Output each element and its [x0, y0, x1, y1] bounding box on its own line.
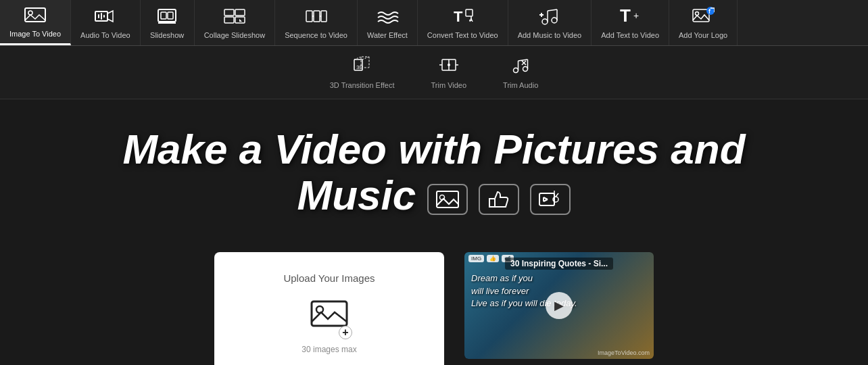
svg-point-47 — [448, 64, 450, 66]
sec-label-3d-transition: 3D Transition Effect — [330, 81, 395, 89]
svg-point-49 — [523, 67, 528, 72]
upload-plus-icon: + — [339, 326, 352, 339]
nav-label-water-effect: Water Effect — [367, 31, 408, 39]
svg-rect-55 — [437, 191, 458, 208]
nav-item-add-text-to-video[interactable]: T + Add Text to Video — [592, 0, 669, 45]
video-preview[interactable]: IMG 👍 📹 30 Inspiring Quotes - Si... Drea… — [464, 252, 654, 359]
svg-text:T: T — [620, 7, 631, 26]
svg-point-65 — [316, 306, 323, 313]
svg-rect-0 — [25, 8, 45, 22]
svg-rect-5 — [103, 15, 105, 18]
svg-line-60 — [556, 193, 558, 197]
video-img-btn[interactable]: IMG — [468, 255, 484, 262]
main-content: Upload Your Images + 30 images max IMG 👍… — [0, 245, 868, 365]
upload-images-box[interactable]: Upload Your Images + 30 images max — [214, 252, 444, 365]
hero-image-icon[interactable] — [427, 184, 468, 215]
trim-video-icon — [438, 55, 460, 78]
svg-rect-7 — [161, 12, 166, 19]
video-play-button[interactable]: ▶ — [546, 292, 573, 319]
video-like-btn[interactable]: 👍 — [487, 255, 499, 262]
svg-rect-16 — [321, 11, 327, 22]
hero-video-icon[interactable] — [530, 184, 571, 215]
nav-item-sequence-to-video[interactable]: Sequence to Video — [275, 0, 358, 45]
video-title-overlay: 30 Inspiring Quotes - Si... — [505, 258, 613, 270]
svg-text:+: + — [633, 10, 639, 21]
water-effect-icon — [376, 7, 399, 28]
nav-item-audio-to-video[interactable]: Audio To Video — [71, 0, 141, 45]
nav-item-add-your-logo[interactable]: f Add Your Logo — [669, 0, 738, 45]
sequence-to-video-icon — [305, 7, 328, 28]
secondary-navigation: 3D 3D Transition Effect Trim Video — [0, 46, 868, 99]
video-watermark: ImageToVideo.com — [598, 349, 650, 356]
svg-rect-4 — [101, 13, 102, 20]
svg-text:T: T — [454, 8, 463, 25]
nav-label-sequence-to-video: Sequence to Video — [285, 31, 347, 39]
upload-icon-container: + — [309, 295, 349, 338]
nav-item-collage-slideshow[interactable]: Collage Slideshow — [195, 0, 276, 45]
sec-item-trim-video[interactable]: Trim Video — [423, 51, 475, 93]
sec-item-3d-transition[interactable]: 3D 3D Transition Effect — [322, 51, 403, 93]
add-text-icon: T + — [619, 7, 642, 28]
svg-rect-15 — [314, 11, 320, 22]
convert-text-icon: T — [451, 7, 474, 28]
add-logo-icon: f — [692, 7, 715, 28]
sec-label-trim-video: Trim Video — [431, 81, 467, 89]
trim-audio-icon — [510, 55, 531, 78]
svg-text:3D: 3D — [356, 64, 363, 70]
svg-point-33 — [696, 11, 699, 15]
nav-label-add-text-to-video: Add Text to Video — [601, 31, 659, 39]
nav-label-audio-to-video: Audio To Video — [80, 31, 130, 39]
add-music-icon — [538, 7, 561, 28]
slideshow-icon — [155, 7, 178, 28]
nav-item-image-to-video[interactable]: Image To Video — [0, 0, 71, 45]
nav-label-collage-slideshow: Collage Slideshow — [204, 31, 266, 39]
image-to-video-icon — [24, 5, 47, 27]
nav-item-convert-text-to-video[interactable]: T Convert Text to Video — [418, 0, 508, 45]
svg-point-48 — [514, 68, 519, 73]
svg-line-27 — [548, 9, 557, 11]
nav-label-slideshow: Slideshow — [150, 31, 184, 39]
svg-line-52 — [519, 59, 528, 61]
svg-rect-64 — [312, 301, 347, 326]
sec-label-trim-audio: Trim Audio — [503, 81, 538, 89]
video-bg: IMG 👍 📹 30 Inspiring Quotes - Si... Drea… — [464, 252, 654, 359]
nav-label-image-to-video: Image To Video — [9, 30, 61, 38]
collage-slideshow-icon — [223, 7, 246, 28]
hero-action-icons — [427, 184, 571, 215]
nav-item-water-effect[interactable]: Water Effect — [358, 0, 418, 45]
svg-rect-3 — [98, 14, 99, 18]
upload-title: Upload Your Images — [283, 272, 375, 284]
nav-label-add-your-logo: Add Your Logo — [679, 31, 727, 39]
nav-item-add-music-to-video[interactable]: Add Music to Video — [508, 0, 592, 45]
sec-item-trim-audio[interactable]: Trim Audio — [495, 51, 546, 93]
3d-transition-icon: 3D — [352, 55, 373, 78]
nav-label-convert-text-to-video: Convert Text to Video — [427, 31, 498, 39]
svg-point-24 — [552, 18, 557, 23]
svg-rect-14 — [306, 11, 312, 22]
audio-to-video-icon — [94, 7, 117, 28]
svg-rect-12 — [224, 17, 234, 23]
svg-rect-10 — [224, 9, 234, 16]
hero-section: Make a Video with Pictures and Music — [0, 99, 868, 245]
svg-rect-8 — [168, 12, 173, 19]
hero-title: Make a Video with Pictures and Music — [14, 126, 854, 218]
upload-limit-text: 30 images max — [302, 345, 356, 354]
top-navigation: Image To Video Audio To Video Slideshow — [0, 0, 868, 46]
svg-rect-20 — [466, 9, 473, 16]
svg-rect-11 — [235, 9, 245, 16]
nav-item-slideshow[interactable]: Slideshow — [141, 0, 195, 45]
nav-label-add-music-to-video: Add Music to Video — [518, 31, 582, 39]
svg-point-23 — [542, 19, 548, 24]
hero-like-icon[interactable] — [479, 184, 519, 215]
